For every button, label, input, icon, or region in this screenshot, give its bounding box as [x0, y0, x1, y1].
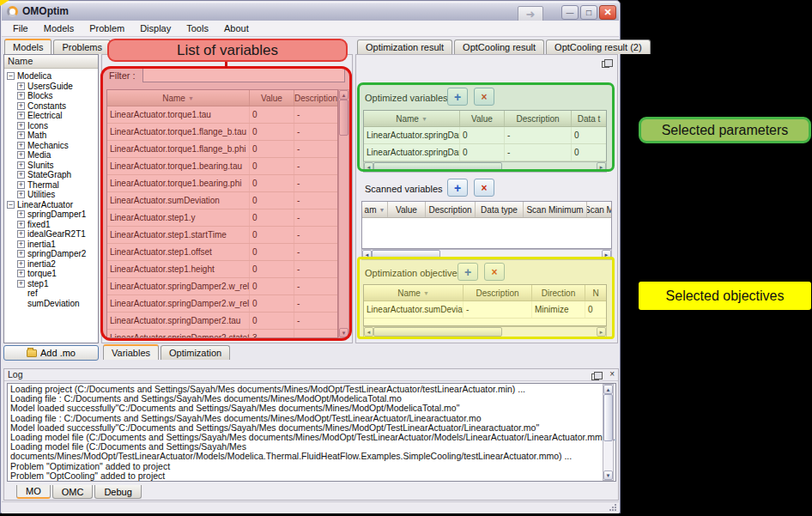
remove-objective-button[interactable]: × [484, 263, 505, 281]
table-row[interactable]: LinearActuator.step1.y 0 - [107, 209, 337, 227]
tab-debug[interactable]: Debug [94, 485, 141, 499]
resize-grip[interactable] [609, 503, 617, 512]
tree-expander-icon[interactable]: + [17, 250, 25, 258]
menu-item[interactable]: Tools [179, 21, 216, 35]
tree-item[interactable]: sumDeviation [7, 299, 97, 309]
table-row[interactable]: LinearActuator.step1.offset 0 - [107, 244, 337, 261]
tree-item[interactable]: + fixed1 [7, 220, 97, 230]
tab-variables[interactable]: Variables [103, 344, 159, 360]
column-header-data-type[interactable]: Data t [572, 111, 606, 126]
scrollbar-thumb[interactable] [603, 394, 613, 441]
add-objective-button[interactable]: + [458, 263, 478, 281]
tree-item[interactable]: + springDamper1 [7, 209, 97, 220]
tab-mo[interactable]: MO [16, 485, 51, 499]
tree-item[interactable]: + Math [7, 131, 97, 141]
tree-expander-icon[interactable]: + [17, 112, 25, 119]
tree-item[interactable]: + springDamper2 [7, 249, 97, 259]
add-mo-button[interactable]: Add .mo [3, 345, 99, 361]
tree-item[interactable]: + Electrical [7, 111, 97, 121]
menu-item[interactable]: About [216, 21, 257, 35]
tree-item[interactable]: + torque1 [7, 269, 97, 279]
objectives-hscrollbar[interactable]: ◄ ► [363, 326, 607, 337]
scrollbar-thumb[interactable] [373, 327, 502, 337]
remove-optimized-variable-button[interactable]: × [474, 88, 494, 106]
tab-models[interactable]: Models [4, 39, 52, 54]
column-header-name[interactable]: am ▼ [362, 202, 388, 217]
add-scanned-variable-button[interactable]: + [447, 179, 468, 197]
tree-item[interactable]: + StateGraph [7, 170, 97, 180]
tree-item[interactable]: + Mechanics [7, 141, 97, 151]
tree-expander-icon[interactable]: + [17, 221, 25, 228]
close-button[interactable]: ✕ [599, 5, 616, 20]
log-vertical-scrollbar[interactable]: ▲ ▼ [603, 384, 614, 481]
column-header-min-max[interactable]: N [585, 285, 606, 300]
float-window-icon[interactable] [602, 61, 609, 68]
column-header-name[interactable]: Name ▼ [107, 90, 250, 106]
column-header-value[interactable]: Value [388, 202, 426, 217]
scroll-right-icon[interactable]: ► [597, 327, 606, 337]
tree-item[interactable]: + SIunits [7, 161, 97, 171]
table-row[interactable]: LinearActuator.step1.startTime 0 - [107, 227, 337, 244]
column-header-value[interactable]: Value [250, 90, 294, 106]
scrollbar-thumb[interactable] [339, 100, 348, 136]
column-header-description[interactable]: Description [505, 111, 572, 126]
tree-expander-icon[interactable]: + [17, 161, 25, 169]
menu-item[interactable]: Display [132, 21, 179, 35]
tree-expander-icon[interactable]: + [17, 280, 25, 288]
table-row[interactable]: LinearActuator.torque1.tau 0 - [107, 106, 337, 124]
tree-item[interactable]: − Modelica [7, 71, 97, 82]
tree-expander-icon[interactable]: + [17, 230, 25, 238]
scrollbar-thumb[interactable] [373, 162, 502, 172]
close-icon[interactable]: × [609, 370, 615, 379]
scanned-variables-hscrollbar[interactable]: ◄ ► [361, 249, 612, 260]
scroll-right-icon[interactable]: ► [602, 250, 611, 259]
tree-item[interactable]: + idealGearR2T1 [7, 229, 97, 240]
table-row[interactable]: LinearActuator.springDamper2.w_rel_start… [107, 278, 337, 295]
tree-item[interactable]: + UsersGuide [7, 82, 97, 92]
tree-expander-icon[interactable]: + [17, 151, 25, 159]
table-row[interactable]: LinearActuator.torque1.bearing.phi 0 - [107, 175, 337, 192]
table-row[interactable]: LinearActuator.sumDeviation 0 - [107, 192, 337, 209]
tree-expander-icon[interactable]: + [17, 171, 25, 179]
tab-optcooling-result[interactable]: OptCooling result [454, 39, 544, 54]
tab-optcooling-result-2[interactable]: OptCooling result (2) [546, 39, 651, 54]
tree-expander-icon[interactable]: + [17, 142, 25, 149]
tree-expander-icon[interactable]: + [17, 102, 25, 110]
tree-expander-icon[interactable]: + [17, 181, 25, 189]
maximize-button[interactable]: □ [580, 5, 597, 20]
tree-expander-icon[interactable]: − [7, 201, 15, 209]
tree-item[interactable]: + Icons [7, 121, 97, 131]
scroll-left-icon[interactable]: ◄ [362, 250, 372, 259]
filter-input[interactable] [142, 68, 345, 82]
table-row[interactable]: LinearActuator.springDamper1.d 0 - 0 [364, 144, 606, 161]
scroll-left-icon[interactable]: ◄ [364, 327, 373, 337]
float-window-icon[interactable] [591, 373, 599, 380]
tree-column-header[interactable]: Name [4, 55, 98, 69]
tree-item[interactable]: + Media [7, 150, 97, 161]
menu-item[interactable]: Problem [82, 21, 132, 35]
tab-optimization-result[interactable]: Optimization result [357, 39, 452, 54]
tree-expander-icon[interactable]: + [17, 191, 25, 198]
tab-optimization[interactable]: Optimization [161, 345, 230, 360]
tree-expander-icon[interactable]: + [17, 260, 25, 268]
column-header-description[interactable]: Description [294, 90, 337, 106]
tree-expander-icon[interactable]: + [17, 240, 25, 248]
scroll-up-icon[interactable]: ▲ [339, 90, 348, 100]
scroll-down-icon[interactable]: ▼ [603, 470, 613, 480]
column-header-value[interactable]: Value [460, 111, 505, 126]
column-header-name[interactable]: Name ▼ [364, 285, 464, 300]
scroll-down-icon[interactable]: ▼ [339, 328, 348, 337]
tree-expander-icon[interactable]: + [17, 270, 25, 277]
tree-expander-icon[interactable]: + [17, 122, 25, 130]
scroll-left-icon[interactable]: ◄ [364, 162, 373, 172]
tree-expander-icon[interactable]: + [17, 82, 25, 90]
column-header-data-type[interactable]: Data type [476, 202, 524, 217]
table-row[interactable]: LinearActuator.sumDeviation - Minimize 0 [364, 301, 606, 319]
tree-item[interactable]: + inertia2 [7, 259, 97, 270]
table-row[interactable]: LinearActuator.torque1.bearing.tau 0 - [107, 158, 337, 175]
tree-expander-icon[interactable]: + [17, 92, 25, 100]
column-header-scan-minimum[interactable]: Scan Minimum [524, 202, 587, 217]
scroll-right-icon[interactable]: ► [597, 162, 606, 172]
table-row[interactable]: LinearActuator.springDamper2.w_rel 0 - [107, 295, 337, 313]
scrollbar-thumb[interactable] [372, 250, 440, 259]
